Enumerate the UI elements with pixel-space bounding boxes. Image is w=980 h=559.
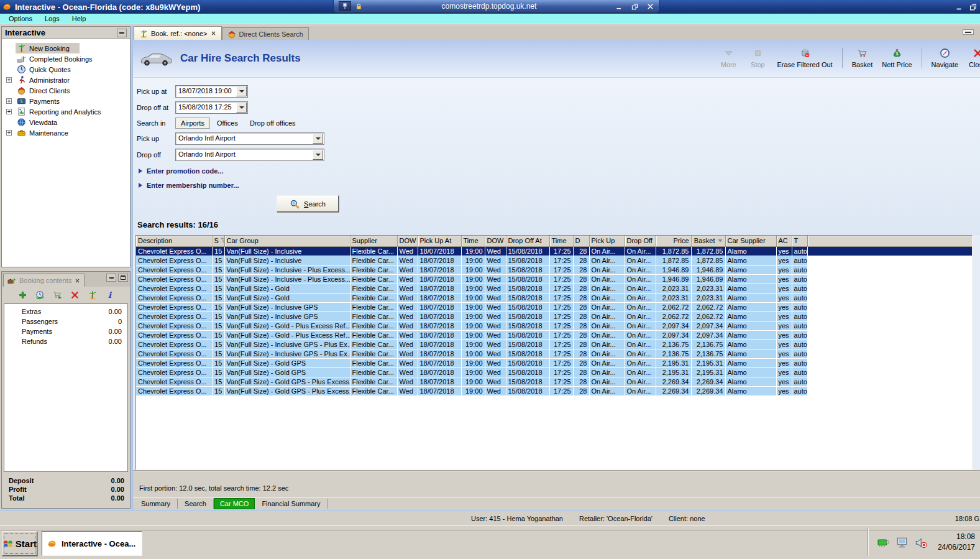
column-header[interactable]: D [573,236,589,246]
column-header[interactable]: T [792,236,807,246]
column-header[interactable]: Pick Up [589,236,625,246]
column-header[interactable]: Pick Up At [418,236,461,246]
column-header[interactable]: Time [461,236,485,246]
sidebar-item[interactable]: Administrator [2,75,130,85]
result-row[interactable]: Chevrolet Express O...15Van(Full Size) -… [136,302,972,312]
column-header[interactable]: Price [656,236,691,246]
toolbar-button[interactable]: Close [968,48,980,68]
document-tab[interactable]: Direct Clients Search [222,27,309,40]
sidebar-item[interactable]: Completed Bookings [2,53,130,64]
result-row[interactable]: Chevrolet Express O...15Van(Full Size) -… [136,367,972,377]
muted-speaker-icon[interactable] [914,536,927,549]
pickup-location-field[interactable]: Orlando Intl Airport [175,132,324,145]
result-row[interactable]: Chevrolet Express O...15Van(Full Size) -… [136,340,972,349]
result-row[interactable]: Chevrolet Express O...15Van(Full Size) -… [136,330,972,340]
view-tab[interactable]: Financial Summary [255,499,327,509]
collapse-panel-button[interactable] [117,29,127,37]
toolbar-button[interactable]: Nett Price [882,48,912,68]
search-button[interactable]: Search [277,195,339,212]
add-to-basket-button[interactable] [53,290,62,300]
menu-item[interactable]: Options [2,14,39,23]
sidebar-item[interactable]: New Booking [2,43,130,53]
sidebar-item[interactable]: Reporting and Analytics [2,106,130,117]
dropoff-at-field[interactable]: 15/08/2018 17:25 [175,101,248,114]
column-header[interactable]: Drop Off [625,236,656,246]
menu-item[interactable]: Logs [39,14,66,23]
booking-list-item[interactable]: Payments 0.00 [4,326,127,336]
result-row[interactable]: Chevrolet Express O...15Van(Full Size) -… [136,386,972,395]
result-row[interactable]: Chevrolet Express O...15Van(Full Size) -… [136,256,972,265]
close-tab-icon[interactable] [211,30,216,36]
view-tab[interactable]: Car MCO [214,498,255,509]
expand-icon[interactable] [6,109,12,114]
toolbar-button[interactable]: Basket [842,48,873,68]
toolbar-button[interactable]: Stop [748,48,767,68]
expand-icon[interactable] [6,98,12,104]
booking-list-item[interactable]: Passengers 0 [4,316,127,326]
column-header[interactable]: Drop Off At [506,236,549,246]
column-header[interactable]: DOW [485,236,506,246]
pickup-at-field[interactable]: 18/07/2018 19:00 [175,85,248,98]
sidebar-item[interactable]: Payments [2,96,130,106]
dropdown-arrow-icon[interactable] [236,86,247,96]
panel-minimize-button[interactable] [106,274,116,282]
result-row[interactable]: Chevrolet Express O...15Van(Full Size) -… [136,312,972,321]
expand-icon[interactable] [6,130,12,136]
view-tab[interactable]: Search [178,499,214,509]
result-row[interactable]: Chevrolet Express O...15Van(Full Size) -… [136,377,972,386]
result-row[interactable]: Chevrolet Express O...15Van(Full Size) -… [136,246,972,256]
result-row[interactable]: Chevrolet Express O...15Van(Full Size) -… [136,321,972,330]
result-row[interactable]: Chevrolet Express O...15Van(Full Size) -… [136,265,972,274]
sidebar-item[interactable]: Direct Clients [2,85,130,96]
dropoff-location-field[interactable]: Orlando Intl Airport [175,149,324,161]
dropdown-arrow-icon[interactable] [313,134,323,144]
search-in-option[interactable]: Offices [212,118,243,128]
toolbar-button[interactable]: Navigate [922,48,958,68]
column-header[interactable]: Basket [691,236,725,246]
dropdown-arrow-icon[interactable] [313,150,323,160]
delete-item-button[interactable] [70,290,80,300]
view-tab[interactable]: Summary [134,499,178,509]
toolbar-button[interactable]: Erase Filtered Out [777,48,832,68]
search-in-option[interactable]: Airports [175,118,210,129]
column-header[interactable]: S [212,236,224,246]
search-in-option[interactable]: Drop off offices [245,118,301,128]
taskbar-task-button[interactable]: Interactive - Ocea... [42,531,142,556]
add-item-button[interactable] [18,290,27,300]
start-button[interactable]: Start [2,531,37,556]
rdp-restore-icon[interactable] [631,2,639,11]
column-header[interactable]: AC [776,236,792,246]
rdp-minimize-icon[interactable] [615,2,623,11]
result-row[interactable]: Chevrolet Express O...15Van(Full Size) -… [136,284,972,293]
booking-list-item[interactable]: Extras 0.00 [4,307,127,316]
column-header[interactable]: Car Supplier [725,236,776,246]
remote-display-icon[interactable] [895,536,909,549]
column-header[interactable]: Supplier [350,236,397,246]
panel-maximize-button[interactable] [118,274,128,282]
booking-contents-tab[interactable]: Booking contents [3,274,85,287]
result-row[interactable]: Chevrolet Express O...15Van(Full Size) -… [136,349,972,358]
booking-button[interactable] [88,290,97,300]
minimize-icon[interactable] [955,2,964,11]
result-row[interactable]: Chevrolet Express O...15Van(Full Size) -… [136,274,972,284]
maximize-icon[interactable] [969,2,978,11]
availability-button[interactable] [35,290,45,300]
sidebar-item[interactable]: Maintenance [2,127,130,138]
result-row[interactable]: Chevrolet Express O...15Van(Full Size) -… [136,293,972,302]
expand-icon[interactable] [6,77,12,83]
column-header[interactable]: Description [136,236,212,246]
menu-item[interactable]: Help [66,14,93,23]
sidebar-item[interactable]: Quick Quotes [2,64,130,75]
collapse-strip-button[interactable] [963,29,974,35]
rdp-close-icon[interactable] [646,2,654,11]
toolbar-button[interactable]: More [718,48,738,68]
column-header[interactable]: Time [549,236,573,246]
pin-button[interactable] [339,1,351,11]
document-tab[interactable]: Book. ref.: <none> [134,26,222,40]
close-panel-icon[interactable] [75,278,80,284]
column-header[interactable]: Car Group [224,236,350,246]
booking-list-item[interactable]: Refunds 0.00 [4,336,127,346]
column-header[interactable]: DOW [397,236,418,246]
info-button[interactable] [105,290,114,300]
network-adapter-icon[interactable] [877,536,890,549]
